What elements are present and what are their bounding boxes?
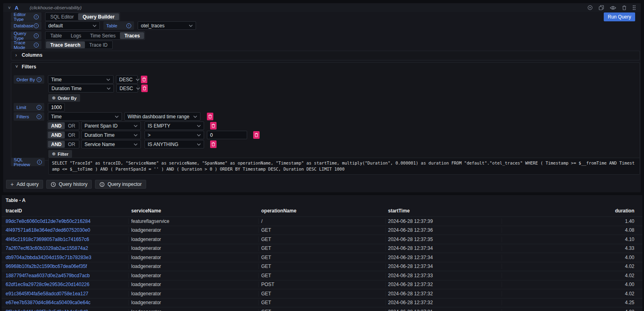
duration-cell: 1.40 [502, 218, 642, 224]
service-name-cell: featureflagservice [129, 218, 259, 224]
and-or-toggle[interactable]: AND OR [47, 140, 79, 148]
query-type-option[interactable]: Traces [120, 32, 144, 39]
remove-condition-button[interactable] [253, 131, 260, 139]
and-option: AND [48, 132, 65, 138]
column-header-operationname[interactable]: operationName [259, 208, 386, 214]
query-row-header[interactable]: ˅ A (clickhouse-observability) [3, 3, 641, 12]
condition-operator-select[interactable]: IS EMPTY [144, 122, 204, 130]
limit-input[interactable]: 1000 [48, 103, 65, 111]
table-panel: Table - A traceID serviceName operationN… [2, 195, 642, 311]
service-name-cell: loadgenerator [129, 291, 259, 297]
remove-filter-button[interactable] [207, 113, 213, 120]
column-header-starttime[interactable]: startTime [386, 208, 502, 214]
filters-section-toggle[interactable]: ˅ Filters [11, 63, 640, 70]
info-icon[interactable]: i [34, 23, 39, 28]
query-type-radio-group: TableLogsTime SeriesTraces [45, 31, 145, 40]
editor-type-option[interactable]: Query Builder [78, 13, 119, 20]
remove-order-by-button[interactable] [141, 84, 148, 92]
table-body: 89dc7e8c6060c0d12de7e9b50c216284 feature… [2, 216, 642, 311]
info-icon[interactable]: i [126, 23, 131, 28]
query-history-button[interactable]: Query history [46, 180, 92, 189]
trace-id-link[interactable]: e67ee7b53870d4c864ca50409ca0e64c [3, 300, 129, 305]
condition-field-select[interactable]: Parent Span ID [81, 122, 141, 130]
query-type-option[interactable]: Logs [66, 32, 86, 39]
trace-id-link[interactable]: 0f3ab6c2d41e98f7a2c5d8e1b4a6c9d0 [3, 309, 129, 311]
eye-icon[interactable] [610, 6, 616, 10]
filter-operator-select[interactable]: Within dashboard time range [124, 112, 200, 121]
trace-id-link[interactable]: 4f497571a618e364ed7ded60752030e0 [3, 227, 129, 233]
operation-name-cell: GET [259, 255, 386, 260]
info-icon[interactable]: i [34, 43, 39, 47]
editor-type-option[interactable]: SQL Editor [46, 13, 78, 20]
condition-operator-select[interactable]: IS ANYTHING [144, 140, 204, 148]
service-name-cell: loadgenerator [129, 282, 259, 287]
query-type-option[interactable]: Table [46, 32, 66, 39]
column-header-traceid[interactable]: traceID [3, 208, 129, 214]
order-by-field-select[interactable]: Duration Time [48, 84, 114, 93]
duplicate-icon[interactable] [599, 5, 604, 10]
trace-mode-option[interactable]: Trace Search [46, 41, 85, 48]
info-icon[interactable]: i [37, 105, 41, 110]
trace-id-link[interactable]: e91c3645f04fa5e58adcd0758e1ea127 [3, 291, 129, 297]
condition-value-input[interactable]: 0 [207, 131, 247, 139]
trace-id-link[interactable]: 4f45c21918c73698057a8b1c741657c6 [3, 237, 129, 242]
info-icon[interactable]: i [34, 33, 39, 38]
collapse-query-icon[interactable]: ˅ [8, 5, 10, 10]
remove-condition-button[interactable] [210, 140, 217, 148]
database-select[interactable]: default [45, 21, 100, 30]
trace-mode-option[interactable]: Trace ID [85, 41, 112, 48]
and-option: AND [48, 141, 65, 148]
order-by-row: Duration Time DESC [48, 84, 640, 93]
query-inspector-button[interactable]: Query inspector [95, 180, 146, 189]
trace-id-link[interactable]: 7a2f07ecf63c60b1029ab2ac155874a2 [3, 245, 129, 251]
remove-order-by-button[interactable] [141, 76, 147, 83]
order-by-direction-select[interactable]: DESC [116, 75, 138, 84]
record-circle-icon[interactable] [587, 5, 593, 10]
sql-preview-code: SELECT "TraceId" as traceID, "ServiceNam… [48, 158, 640, 175]
table-label: Table i [103, 21, 134, 30]
order-by-label: Order By i [14, 75, 44, 84]
collapse-down-icon: ˅ [15, 64, 19, 70]
info-icon[interactable]: i [34, 14, 39, 19]
trash-icon [142, 86, 147, 91]
info-icon[interactable]: i [37, 160, 42, 165]
order-by-field-select[interactable]: Time [48, 75, 114, 84]
duration-cell: 4.25 [502, 300, 642, 305]
remove-condition-button[interactable] [210, 122, 217, 130]
add-order-by-button[interactable]: ⊕ Order By [48, 94, 80, 102]
condition-field-select[interactable]: Service Name [81, 140, 141, 148]
condition-field-select[interactable]: Duration Time [81, 131, 141, 139]
datasource-name: (clickhouse-observability) [30, 5, 82, 10]
query-footer: + Add query Query history Query inspecto… [6, 180, 146, 189]
info-icon[interactable]: i [37, 114, 41, 119]
order-by-direction-select[interactable]: DESC [116, 84, 138, 93]
editor-type-row: Editor Type i SQL EditorQuery Builder [11, 12, 120, 21]
add-query-button[interactable]: + Add query [6, 180, 43, 189]
trace-id-link[interactable]: 1887794f7eaa6037d0e2a4579bcd7acb [3, 273, 129, 278]
columns-section-toggle[interactable]: › Columns [11, 51, 640, 58]
filter-field-select[interactable]: Time [48, 112, 122, 121]
remove-query-trash-icon[interactable] [622, 5, 627, 10]
column-header-duration[interactable]: duration [502, 208, 642, 214]
and-or-toggle[interactable]: AND OR [47, 131, 79, 139]
and-or-toggle[interactable]: AND OR [47, 122, 79, 130]
column-header-servicename[interactable]: serviceName [129, 208, 259, 214]
filter-condition-row: AND OR Duration Time > 0 [47, 131, 640, 139]
table-select[interactable]: otel_traces [138, 21, 196, 30]
operation-name-cell: GET [259, 273, 386, 278]
start-time-cell: 2024-06-28 12:37:32 [386, 291, 502, 297]
limit-label: Limit i [14, 103, 44, 111]
drag-handle-grip-icon[interactable] [632, 5, 636, 10]
condition-operator-select[interactable]: > [144, 131, 204, 139]
trace-id-link[interactable]: 62df1ec9a29728c9e29536c20d140226 [3, 282, 129, 287]
add-filter-button[interactable]: ⊕ Filter [48, 150, 72, 158]
trace-id-link[interactable]: 96968b10fa2b2c1590bc67dea06ef35f [3, 264, 129, 269]
service-name-cell: loadgenerator [129, 273, 259, 278]
info-icon[interactable]: i [37, 77, 41, 82]
table-row: db9704a2bbda34204d159c71b78283e3 loadgen… [2, 253, 642, 262]
query-type-option[interactable]: Time Series [86, 32, 120, 39]
trace-id-link[interactable]: db9704a2bbda34204d159c71b78283e3 [3, 255, 129, 260]
query-ref-id: A [14, 5, 18, 11]
trace-id-link[interactable]: 89dc7e8c6060c0d12de7e9b50c216284 [3, 218, 129, 224]
run-query-button[interactable]: Run Query [604, 12, 635, 21]
